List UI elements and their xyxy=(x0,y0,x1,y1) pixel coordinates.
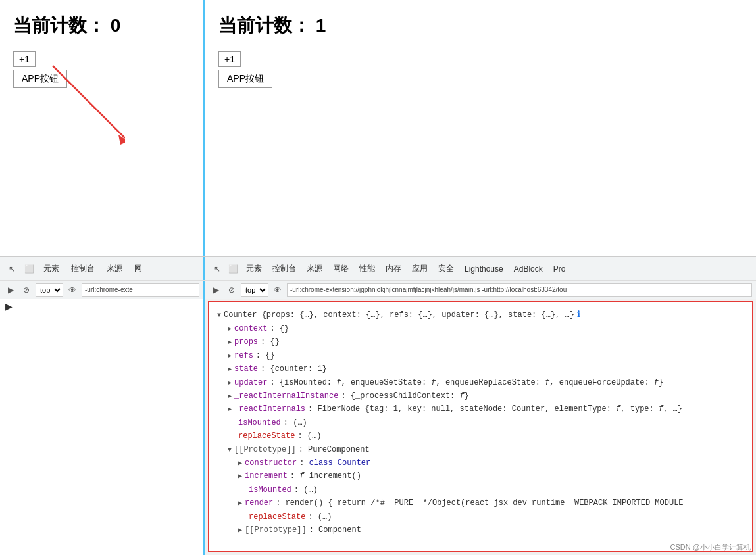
expand-increment[interactable]: ▶ xyxy=(238,471,242,482)
left-panel: 当前计数： 0 +1 APP按钮 xyxy=(0,0,205,256)
top-select-right[interactable]: top xyxy=(241,283,268,297)
code-line-context: ▶ context : {} xyxy=(217,322,744,335)
tab-sources-right[interactable]: 来源 xyxy=(303,262,326,276)
tab-pro-right[interactable]: Pro xyxy=(549,263,570,275)
main-content: 当前计数： 0 +1 APP按钮 当前计数： 1 +1 APP按钮 xyxy=(0,0,756,256)
code-line-state: ▶ state : {counter: 1} xyxy=(217,362,744,375)
toolbar-left: ▶ ⊘ top 👁 xyxy=(0,281,205,299)
tab-memory-right[interactable]: 内存 xyxy=(382,262,405,276)
expand-state[interactable]: ▶ xyxy=(228,364,232,375)
stop-icon[interactable]: ⊘ xyxy=(20,283,33,297)
eye-icon-left[interactable]: 👁 xyxy=(66,283,79,297)
tab-lighthouse-right[interactable]: Lighthouse xyxy=(461,263,507,275)
console-area: ▶ ▼ Counter {props: {…}, context: {…}, r… xyxy=(0,299,756,555)
top-select-left[interactable]: top xyxy=(36,283,63,297)
eye-icon-right[interactable]: 👁 xyxy=(271,283,284,297)
cursor-icon-right[interactable]: ↖ xyxy=(211,262,224,276)
devtools-toolbar: ▶ ⊘ top 👁 ▶ ⊘ top 👁 -url:chrome-extensio… xyxy=(0,280,756,299)
code-line-ismounted-2: isMounted : (…) xyxy=(217,483,744,496)
expand-prototype[interactable]: ▼ xyxy=(228,445,232,456)
left-plus1-button[interactable]: +1 xyxy=(13,51,36,67)
right-counter-title: 当前计数： 1 xyxy=(218,13,743,38)
url-bar-right: -url:chrome-extension://jgphnjokjhjlcnna… xyxy=(287,283,752,297)
code-line-constructor: ▶ constructor : class Counter xyxy=(217,456,744,470)
info-icon: ℹ xyxy=(577,308,580,322)
right-app-button[interactable]: APP按钮 xyxy=(218,70,272,88)
code-inspector-panel: ▼ Counter {props: {…}, context: {…}, ref… xyxy=(208,301,753,552)
expand-constructor[interactable]: ▶ xyxy=(238,458,242,469)
code-line-react-internals: ▶ _reactInternals : FiberNode {tag: 1, k… xyxy=(217,402,744,416)
code-line-replacestate-2: replaceState : (…) xyxy=(217,510,744,523)
expand-updater[interactable]: ▶ xyxy=(228,377,232,389)
tab-application-right[interactable]: 应用 xyxy=(408,262,432,276)
left-counter-title: 当前计数： 0 xyxy=(13,13,190,38)
expand-context[interactable]: ▶ xyxy=(228,324,232,335)
expand-props[interactable]: ▶ xyxy=(228,337,232,348)
expand-prototype-component[interactable]: ▶ xyxy=(238,525,242,536)
tab-elements-left[interactable]: 元素 xyxy=(39,262,63,276)
code-line-render: ▶ render : render() { return /*#__PURE__… xyxy=(217,496,744,510)
expand-react-internal[interactable]: ▶ xyxy=(228,391,232,402)
svg-marker-1 xyxy=(118,135,125,145)
stop-icon-right[interactable]: ⊘ xyxy=(225,283,238,297)
console-left-panel: ▶ xyxy=(0,299,205,555)
code-line-increment: ▶ increment : f increment() xyxy=(217,470,744,483)
url-bar-left[interactable] xyxy=(82,283,199,297)
expand-refs[interactable]: ▶ xyxy=(228,350,232,362)
tab-performance-right[interactable]: 性能 xyxy=(355,262,379,276)
inspect-icon[interactable]: ⬜ xyxy=(22,262,36,276)
code-line-header: ▼ Counter {props: {…}, context: {…}, ref… xyxy=(217,308,744,322)
tab-console-right[interactable]: 控制台 xyxy=(268,262,300,276)
expand-render[interactable]: ▶ xyxy=(238,498,242,509)
code-line-props: ▶ props : {} xyxy=(217,335,744,349)
tab-elements-right[interactable]: 元素 xyxy=(242,262,266,276)
code-line-updater: ▶ updater : {isMounted: f, enqueueSetSta… xyxy=(217,376,744,389)
code-content: ▼ Counter {props: {…}, context: {…}, ref… xyxy=(209,302,752,542)
tab-console-left[interactable]: 控制台 xyxy=(67,262,99,276)
cursor-icon[interactable]: ↖ xyxy=(5,262,18,276)
code-line-prototype-pure: ▼ [[Prototype]] : PureComponent xyxy=(217,443,744,456)
tab-network-left[interactable]: 网 xyxy=(130,262,146,276)
expand-icon-counter[interactable]: ▼ xyxy=(217,310,221,321)
tab-adblock-right[interactable]: AdBlock xyxy=(510,263,547,275)
devtools-tabs-left: ↖ ⬜ 元素 控制台 来源 网 xyxy=(0,257,205,280)
tab-network-right[interactable]: 网络 xyxy=(329,262,353,276)
tab-sources-left[interactable]: 来源 xyxy=(103,262,126,276)
left-console-arrow: ▶ xyxy=(5,301,13,312)
tab-security-right[interactable]: 安全 xyxy=(434,262,458,276)
code-line-replacestate-1: replaceState : (…) xyxy=(217,429,744,443)
watermark: CSDN @小小白学计算机 xyxy=(670,543,751,552)
play-icon-right[interactable]: ▶ xyxy=(209,283,222,297)
code-line-prototype-component: ▶ [[Prototype]] : Component xyxy=(217,523,744,537)
code-line-refs: ▶ refs : {} xyxy=(217,349,744,362)
left-app-button[interactable]: APP按钮 xyxy=(13,70,67,88)
code-line-react-internal: ▶ _reactInternalInstance : {_processChil… xyxy=(217,389,744,402)
code-line-ismounted-1: isMounted : (…) xyxy=(217,416,744,429)
toolbar-right: ▶ ⊘ top 👁 -url:chrome-extension://jgphnj… xyxy=(205,281,756,299)
expand-react-internals[interactable]: ▶ xyxy=(228,404,232,415)
right-panel: 当前计数： 1 +1 APP按钮 xyxy=(205,0,756,256)
devtools-tabs-bar: ↖ ⬜ 元素 控制台 来源 网 ↖ ⬜ 元素 控制台 来源 网络 性能 内存 应… xyxy=(0,256,756,280)
play-icon[interactable]: ▶ xyxy=(4,283,17,297)
right-plus1-button[interactable]: +1 xyxy=(218,51,241,67)
inspect-icon-right[interactable]: ⬜ xyxy=(226,262,239,276)
devtools-tabs-right: ↖ ⬜ 元素 控制台 来源 网络 性能 内存 应用 安全 Lighthouse … xyxy=(205,257,756,280)
